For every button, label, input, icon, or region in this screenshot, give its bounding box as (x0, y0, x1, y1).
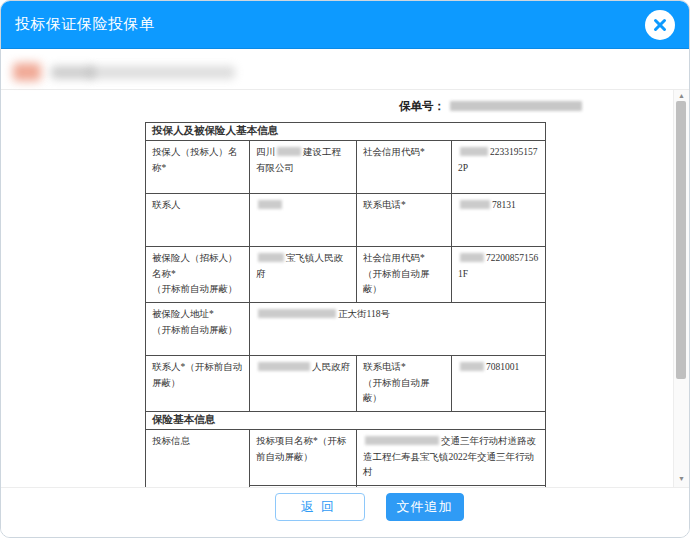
table-row: 投保人及被保险人基本信息 (146, 123, 546, 141)
table-row: 联系人联系电话*78131 (146, 194, 546, 247)
table-row: 投标信息投标项目名称*（开标前自动屏蔽）交通三年行动村道路改造工程仁寿县宝飞镇2… (146, 430, 546, 486)
close-button[interactable] (645, 10, 675, 40)
redacted-text (365, 436, 439, 445)
field-label-cell: 联系人*（开标前自动屏蔽） (146, 356, 250, 412)
redacted-text (460, 253, 484, 262)
section-header: 投保人及被保险人基本信息 (146, 123, 546, 141)
field-value-cell: 四川建设工程有限公司 (250, 141, 357, 194)
redacted-text (277, 147, 301, 156)
scrollbar[interactable]: ▲ ▼ (673, 90, 689, 487)
modal-title: 投标保证保险投保单 (15, 15, 155, 34)
field-label-cell: 被保险人（招标人）名称*（开标前自动屏蔽） (146, 247, 250, 303)
scrollbar-down-arrow[interactable]: ▼ (674, 473, 689, 485)
redacted-text (258, 362, 310, 371)
field-label-cell: 投标项目名称*（开标前自动屏蔽） (250, 430, 357, 486)
field-value-cell: 7081001 (452, 356, 546, 412)
redacted-text (460, 200, 490, 209)
redacted-badge (13, 63, 41, 81)
field-value-cell: 正大街118号 (250, 303, 546, 356)
table-row: 保险基本信息 (146, 412, 546, 430)
form-scroll-area: 保单号： 投保人及被保险人基本信息投保人（投标人）名称*四川建设工程有限公司社会… (1, 90, 689, 488)
field-value-cell: 宝飞镇人民政府 (250, 247, 357, 303)
field-label-cell: 社会信用代码*（开标前自动屏蔽） (357, 247, 452, 303)
field-value-cell (357, 486, 546, 487)
table-row: 被保险人地址*（开标前自动屏蔽）正大街118号 (146, 303, 546, 356)
back-button[interactable]: 返回 (275, 493, 365, 521)
field-value-cell (250, 194, 357, 247)
policy-number-label: 保单号： (399, 99, 445, 114)
footer-buttons: 返回 文件追加 (275, 488, 464, 521)
redacted-text (258, 200, 282, 209)
redacted-notice-strip (1, 49, 689, 90)
redacted-text (460, 147, 488, 156)
modal-footer: 返回 文件追加 (1, 488, 689, 537)
field-label-cell: 联系人 (146, 194, 250, 247)
field-value-cell: 交通三年行动村道路改造工程仁寿县宝飞镇2022年交通三年行动村 (357, 430, 546, 486)
close-icon (653, 18, 667, 32)
form-content: 保单号： 投保人及被保险人基本信息投保人（投标人）名称*四川建设工程有限公司社会… (1, 90, 674, 487)
field-value-cell: 722008571561F (452, 247, 546, 303)
field-value-cell: 人民政府 (250, 356, 357, 412)
redacted-text (460, 362, 484, 371)
field-label-cell: 投标截止日期*（开标前 (250, 486, 357, 487)
field-value-cell: 22331951572P (452, 141, 546, 194)
redacted-text (258, 309, 336, 318)
modal-header: 投标保证保险投保单 (1, 1, 689, 49)
field-value-cell: 78131 (452, 194, 546, 247)
section-header: 保险基本信息 (146, 412, 546, 430)
field-label-cell: 投标信息 (146, 430, 250, 487)
policy-number-line: 保单号： (399, 99, 674, 113)
scrollbar-thumb[interactable] (676, 101, 686, 379)
redacted-text (258, 253, 284, 262)
application-table: 投保人及被保险人基本信息投保人（投标人）名称*四川建设工程有限公司社会信用代码*… (145, 122, 546, 487)
field-label-cell: 联系电话*（开标前自动屏蔽） (357, 356, 452, 412)
field-label-cell: 投保人（投标人）名称* (146, 141, 250, 194)
bid-insurance-application-modal: 投标保证保险投保单 保单号： 投保人及被保险人基本信息 (0, 0, 690, 538)
field-label-cell: 联系电话* (357, 194, 452, 247)
file-append-button[interactable]: 文件追加 (386, 493, 464, 521)
field-label-cell: 社会信用代码* (357, 141, 452, 194)
field-label-cell: 被保险人地址*（开标前自动屏蔽） (146, 303, 250, 356)
table-row: 投保人（投标人）名称*四川建设工程有限公司社会信用代码*22331951572P (146, 141, 546, 194)
redacted-policy-number (450, 101, 582, 111)
redacted-text-block (87, 66, 235, 79)
table-row: 联系人*（开标前自动屏蔽）人民政府联系电话*（开标前自动屏蔽）7081001 (146, 356, 546, 412)
table-row: 被保险人（招标人）名称*（开标前自动屏蔽）宝飞镇人民政府社会信用代码*（开标前自… (146, 247, 546, 303)
